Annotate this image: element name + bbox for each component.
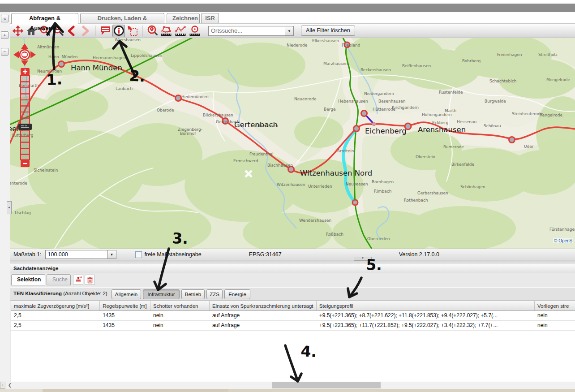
pan-icon	[12, 25, 24, 37]
ten-group-label: TEN Klassifizierung (Anzahl Objekte: 2)	[13, 291, 107, 296]
history-back-button[interactable]	[65, 25, 78, 37]
info-icon	[113, 25, 124, 36]
scale-dropdown-arrow[interactable]: ▼	[108, 250, 116, 259]
sachdaten-panel: Sachdatenanzeige Selektion Suche TEN Kla…	[10, 264, 575, 382]
category-button-betrieb[interactable]: Betrieb	[181, 289, 205, 299]
osm-attribution-link[interactable]: © OpenS	[554, 238, 572, 243]
map-label: Berge	[324, 107, 336, 112]
map-label: Uder	[524, 144, 534, 149]
tab-selektion[interactable]: Selektion	[11, 274, 45, 285]
column-header[interactable]: Regelspurweite [m]	[100, 301, 150, 310]
table-header-row: maximale Zugverzögerung [m/s²] Regelspur…	[11, 301, 575, 311]
category-button-infrastruktur[interactable]: Infrastruktur	[143, 289, 180, 299]
map-label: Gertenbach	[234, 121, 278, 129]
splitter-collapse-tab[interactable]: ▼	[354, 257, 372, 261]
scrollbar-corner-button[interactable]: +	[0, 382, 5, 389]
column-header[interactable]: Steigungsprofil	[317, 301, 535, 310]
version-label: Version 2.17.0.0	[399, 251, 439, 258]
tab-drucken-laden-speichern[interactable]: Drucken, Laden & Speichern	[80, 13, 164, 23]
measure-area-button[interactable]	[159, 25, 173, 37]
back-icon	[67, 26, 77, 36]
map-label: Hessenau	[457, 120, 476, 124]
map-label: Friedland	[342, 43, 360, 47]
map-label: Elkershausen	[312, 39, 339, 43]
map-label: Laubach	[116, 86, 133, 91]
scale-label: Maßstab 1:	[13, 251, 42, 258]
map-label: Eckberg	[432, 121, 448, 125]
tab-zeichnen[interactable]: Zeichnen	[167, 13, 200, 23]
panel-splitter[interactable]	[10, 260, 575, 264]
panel-plus-button[interactable]: +	[1, 31, 9, 39]
tab-label: Zeichnen	[172, 15, 198, 22]
epsg-label: EPSG:31467	[249, 251, 282, 258]
map-label: Hohengandern	[422, 112, 452, 117]
cell: +9.5(+221.365); +11.7(+221.852); +9.5(+2…	[317, 321, 535, 330]
map-label: Freudenthal	[249, 152, 273, 156]
map-label: Gerbershausen	[417, 191, 448, 195]
measure-area-icon	[160, 25, 172, 36]
select-rectangle-button[interactable]	[126, 25, 138, 37]
identify-info-button[interactable]	[112, 25, 125, 37]
map-label: Rustenfelde	[439, 90, 463, 95]
map-label: Arenshausen	[418, 125, 466, 134]
map-label: Rumerode	[443, 145, 464, 149]
clear-filters-button[interactable]: Alle Filter löschen	[301, 26, 355, 36]
map-label: Lippoldshausen	[131, 53, 162, 58]
clear-selection-icon	[74, 276, 82, 284]
category-button-allgemein[interactable]: Allgemein	[112, 289, 141, 299]
map-label: Witzenhausen Nord	[300, 169, 372, 177]
map-toolbar: ▼ Alle Filter löschen	[10, 23, 575, 38]
table-row[interactable]: 2,5 1435 nein auf Anfrage +9.5(+221.365)…	[11, 321, 575, 331]
measure-point-button[interactable]	[188, 25, 202, 37]
history-forward-button[interactable]	[79, 25, 91, 37]
map-label: Streithölz	[538, 52, 558, 57]
scroll-left-arrow[interactable]: ❮	[6, 382, 14, 389]
slider-handle[interactable]	[18, 124, 32, 130]
free-scale-label: freie Maßstabseingabe	[145, 251, 202, 258]
attributes-button[interactable]	[99, 25, 112, 37]
pan-button[interactable]	[12, 25, 24, 37]
map-label: Reckershausen	[360, 68, 391, 72]
map-label: Wendershausen	[299, 218, 331, 223]
map-label: Birkenfelde	[451, 162, 474, 167]
map-label: Rothenbach	[404, 198, 428, 202]
tab-abfragen-auswerten[interactable]: Abfragen & Auswerten	[11, 13, 78, 24]
category-button-energie[interactable]: Energie	[224, 289, 250, 299]
scale-select[interactable]: 100.000 ▼	[45, 250, 116, 259]
search-dropdown-arrow[interactable]: ▼	[285, 26, 294, 36]
tab-suche[interactable]: Suche	[47, 274, 71, 285]
map-label: Burgwalde	[485, 99, 506, 103]
group-title: TEN Klassifizierung	[13, 291, 62, 296]
column-header[interactable]: Einsatz von Spurkranzschmierung untersag…	[210, 301, 317, 310]
clear-selection-button[interactable]	[73, 275, 83, 285]
collapse-panel-button[interactable]: «	[1, 15, 9, 22]
map-label: Niederode	[287, 43, 308, 47]
table-row[interactable]: 2,5 1435 nein auf Anfrage +9.5(+221.365)…	[11, 311, 575, 321]
category-button-zzs[interactable]: ZZS	[206, 289, 223, 299]
geo-search-button[interactable]	[146, 25, 159, 37]
sachdaten-title: Sachdatenanzeige	[10, 264, 575, 273]
tab-isr[interactable]: ISR	[201, 13, 219, 23]
ten-group-band: TEN Klassifizierung (Anzahl Objekte: 2) …	[10, 287, 575, 301]
map-label: Fürstenhagen	[549, 227, 575, 232]
scrollbar-thumb[interactable]	[272, 382, 381, 388]
map-label: Neuseesen	[346, 182, 368, 186]
search-input[interactable]	[208, 26, 285, 36]
free-scale-checkbox[interactable]	[135, 251, 142, 258]
map-canvas[interactable]: AltmündenNeumündenBonafurthHermannshagen…	[10, 38, 575, 249]
cell: 1435	[100, 321, 150, 330]
panel-expand-handle[interactable]: ◂	[7, 201, 12, 214]
column-header[interactable]: maximale Zugverzögerung [m/s²]	[11, 301, 100, 310]
map-container: AltmündenNeumündenBonafurthHermannshagen…	[10, 38, 575, 249]
table-empty-area	[11, 331, 575, 382]
delete-button[interactable]	[85, 275, 95, 285]
map-label: Schönau	[484, 124, 501, 128]
column-header[interactable]: Vorliegen stre	[535, 301, 575, 310]
cell: nein	[535, 311, 575, 320]
scale-bar: Maßstab 1: 100.000 ▼ freie Maßstabseinga…	[10, 249, 575, 260]
measure-distance-button[interactable]	[174, 25, 187, 37]
map-zoom-slider[interactable]	[18, 68, 32, 167]
map-label: Wiershausen	[115, 38, 141, 42]
panel-minus-button[interactable]: −	[1, 48, 9, 56]
column-header[interactable]: Schotter vorhanden	[150, 301, 210, 310]
